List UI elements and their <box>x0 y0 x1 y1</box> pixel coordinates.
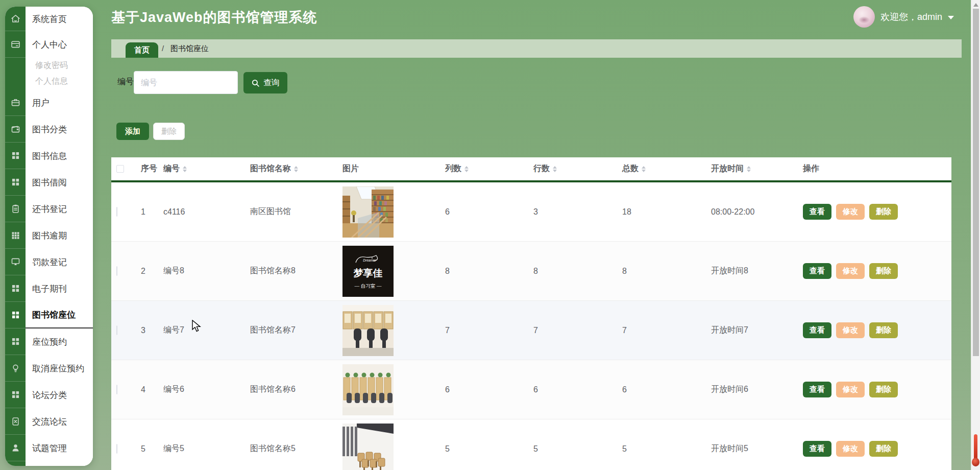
edit-button[interactable]: 修改 <box>836 382 865 397</box>
row-checkbox[interactable] <box>116 385 117 394</box>
edit-button[interactable]: 修改 <box>836 441 865 457</box>
sidebar-item-label: 图书信息 <box>26 143 93 169</box>
view-button[interactable]: 查看 <box>803 263 831 279</box>
library-photo <box>342 364 394 415</box>
view-button[interactable]: 查看 <box>803 441 831 457</box>
row-delete-button[interactable]: 删除 <box>869 382 898 397</box>
sidebar-item-16[interactable]: 论坛分类 <box>5 382 93 408</box>
row-delete-button[interactable]: 删除 <box>869 263 898 279</box>
sidebar-item-11[interactable]: 罚款登记 <box>5 249 93 275</box>
select-all-checkbox[interactable] <box>116 165 124 173</box>
sidebar-item-label: 交流论坛 <box>26 408 93 435</box>
sidebar-item-13[interactable]: 图书馆座位 <box>5 302 93 328</box>
cell-columns: 6 <box>445 207 450 216</box>
delete-button[interactable]: 删除 <box>153 123 185 140</box>
sort-carets-icon[interactable] <box>464 166 469 172</box>
row-actions: 查看修改删除 <box>803 441 951 457</box>
sidebar-item-label: 图书馆座位 <box>26 302 93 328</box>
cell-rows: 8 <box>533 267 538 275</box>
sidebar-item-10[interactable]: 图书逾期 <box>5 222 93 249</box>
row-checkbox[interactable] <box>116 444 117 454</box>
table-row: 5编号5图书馆名称5555开放时间5查看修改删除 <box>111 419 951 470</box>
sidebar-item-9[interactable]: 还书登记 <box>5 196 93 222</box>
row-checkbox[interactable] <box>116 207 117 217</box>
sidebar-item-5[interactable]: 用户 <box>5 89 93 116</box>
user-icon <box>5 435 26 461</box>
edit-button[interactable]: 修改 <box>836 204 865 220</box>
avatar[interactable] <box>853 6 875 28</box>
row-checkbox[interactable] <box>116 325 117 335</box>
cell-code: 编号8 <box>163 266 184 275</box>
sidebar-item-label: 取消座位预约 <box>26 355 93 382</box>
user-menu[interactable]: 欢迎您，admin <box>853 5 954 29</box>
table-row: 3编号7图书馆名称7777开放时间7查看修改删除 <box>111 301 951 360</box>
cell-columns: 5 <box>445 444 450 453</box>
row-delete-button[interactable]: 删除 <box>869 441 898 457</box>
sidebar-item-18[interactable]: 试题管理 <box>5 435 93 461</box>
sidebar-item-3[interactable]: 修改密码 <box>5 58 93 74</box>
breadcrumb-separator: / <box>162 39 164 58</box>
sidebar-item-17[interactable]: 交流论坛 <box>5 408 93 435</box>
column-header[interactable]: 编号 <box>163 163 250 174</box>
sort-carets-icon[interactable] <box>553 166 557 172</box>
sort-carets-icon[interactable] <box>183 166 187 172</box>
row-delete-button[interactable]: 删除 <box>869 322 898 338</box>
sidebar-item-12[interactable]: 电子期刊 <box>5 275 93 302</box>
search-icon <box>251 79 260 87</box>
sort-carets-icon[interactable] <box>747 166 751 172</box>
library-photo <box>342 186 394 238</box>
view-button[interactable]: 查看 <box>803 204 831 220</box>
cell-library-name: 图书馆名称8 <box>250 266 296 275</box>
scrollbar-thumb[interactable] <box>973 9 979 356</box>
row-actions: 查看修改删除 <box>803 204 951 220</box>
row-actions: 查看修改删除 <box>803 322 951 338</box>
cell-rows: 7 <box>533 326 538 335</box>
library-photo <box>342 424 394 470</box>
cell-index: 1 <box>141 207 145 216</box>
sidebar-item-label: 个人中心 <box>26 31 93 58</box>
clipx-icon <box>5 408 26 435</box>
column-header[interactable]: 行数 <box>533 163 622 174</box>
sidebar-item-label: 罚款登记 <box>26 249 93 275</box>
sort-carets-icon[interactable] <box>294 166 298 172</box>
sidebar-item-label: 图书分类 <box>26 116 93 143</box>
column-header[interactable]: 开放时间 <box>711 163 803 174</box>
search-input[interactable] <box>134 71 238 94</box>
breadcrumb-home-tab[interactable]: 首页 <box>126 42 158 58</box>
cell-open-time: 开放时间8 <box>711 266 748 275</box>
table-header-row: 序号编号图书馆名称图片列数行数总数开放时间操作 <box>111 157 951 182</box>
cell-library-name: 图书馆名称5 <box>250 444 296 453</box>
add-button[interactable]: 添加 <box>116 123 149 140</box>
edit-button[interactable]: 修改 <box>836 322 865 338</box>
sidebar-item-label: 还书登记 <box>26 196 93 222</box>
row-delete-button[interactable]: 删除 <box>869 204 898 220</box>
cell-rows: 6 <box>533 385 538 394</box>
edit-button[interactable]: 修改 <box>836 263 865 279</box>
chevron-down-icon <box>948 16 954 19</box>
view-button[interactable]: 查看 <box>803 382 831 397</box>
cell-open-time: 开放时间5 <box>711 444 748 453</box>
column-header[interactable]: 列数 <box>445 163 533 174</box>
sidebar-filler <box>5 461 93 466</box>
scroll-up-arrow-icon[interactable] <box>973 3 978 7</box>
bulb-icon <box>5 355 26 382</box>
row-checkbox[interactable] <box>116 266 117 276</box>
sidebar-item-6[interactable]: 图书分类 <box>5 116 93 143</box>
sidebar-item-label: 图书逾期 <box>26 222 93 249</box>
sidebar-item-14[interactable]: 座位预约 <box>5 328 93 355</box>
cell-open-time: 08:00-22:00 <box>711 207 754 216</box>
sidebar-item-4[interactable]: 个人信息 <box>5 74 93 89</box>
sidebar-item-7[interactable]: 图书信息 <box>5 143 93 169</box>
search-button[interactable]: 查询 <box>243 72 287 93</box>
sidebar-item-15[interactable]: 取消座位预约 <box>5 355 93 382</box>
library-photo <box>342 305 394 356</box>
scrollbar[interactable] <box>971 0 980 470</box>
sidebar-item-8[interactable]: 图书借阅 <box>5 169 93 196</box>
view-button[interactable]: 查看 <box>803 322 831 338</box>
sort-carets-icon[interactable] <box>642 166 646 172</box>
sidebar-item-1[interactable]: 系统首页 <box>5 7 93 31</box>
sidebar-item-label: 系统首页 <box>26 7 93 31</box>
sidebar-item-2[interactable]: 个人中心 <box>5 31 93 58</box>
column-header[interactable]: 图书馆名称 <box>250 163 342 174</box>
column-header[interactable]: 总数 <box>622 163 711 174</box>
